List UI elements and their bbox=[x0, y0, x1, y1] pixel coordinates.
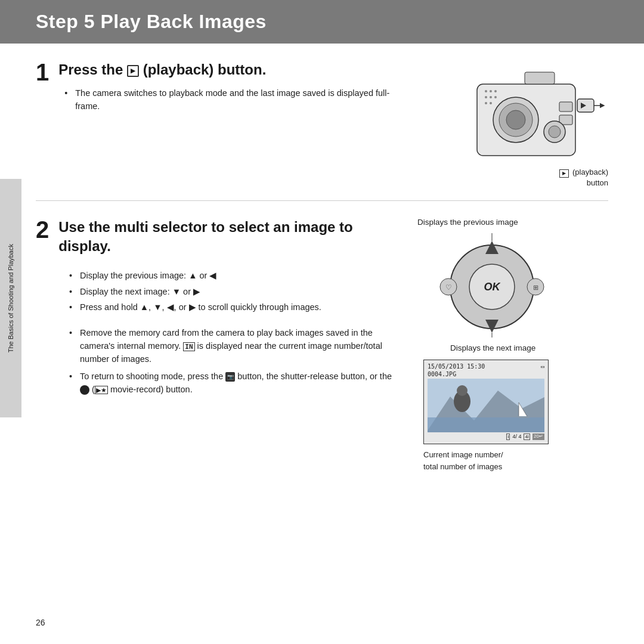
lcd-in-icon: I bbox=[506, 434, 510, 440]
svg-point-16 bbox=[549, 126, 561, 138]
lcd-total-icon: 4I bbox=[524, 434, 530, 440]
step2-bullet-5: To return to shooting mode, press the 📷 … bbox=[69, 370, 394, 397]
step1-left: 1 Press the ▶ (playback) button. The cam… bbox=[36, 60, 417, 188]
step2-title: Use the multi selector to select an imag… bbox=[58, 218, 394, 255]
svg-point-3 bbox=[506, 110, 525, 129]
step2-section: 2 Use the multi selector to select an im… bbox=[36, 201, 608, 484]
svg-text:♡: ♡ bbox=[445, 283, 452, 292]
svg-point-11 bbox=[485, 102, 487, 104]
svg-rect-35 bbox=[518, 416, 529, 418]
svg-text:⊞: ⊞ bbox=[533, 284, 538, 291]
camera-diagram-svg bbox=[471, 66, 608, 165]
camera-mode-icon: 📷 bbox=[225, 372, 235, 382]
svg-point-6 bbox=[490, 90, 492, 92]
svg-rect-4 bbox=[525, 72, 555, 84]
playback-button-label: ▶ (playback)button bbox=[559, 167, 608, 188]
page-title: Step 5 Play Back Images bbox=[36, 11, 608, 33]
svg-point-9 bbox=[490, 96, 492, 98]
lcd-diagram: 15/05/2013 15:30 ▭ 0004.JPG bbox=[423, 360, 549, 444]
battery-icon: ▭ bbox=[541, 363, 544, 370]
svg-text:OK: OK bbox=[484, 281, 501, 293]
svg-point-8 bbox=[485, 96, 487, 98]
svg-point-7 bbox=[494, 90, 497, 92]
step1-number: 1 bbox=[36, 60, 49, 84]
step2-diagram: Displays the previous image OK bbox=[417, 218, 608, 472]
lcd-image-count: 4/ 4 bbox=[512, 434, 521, 440]
lcd-datetime: 15/05/2013 15:30 ▭ bbox=[428, 363, 544, 370]
step2-bullets: Display the previous image: ▲ or ◀ Displ… bbox=[69, 270, 394, 314]
step1-bullet-1: The camera switches to playback mode and… bbox=[64, 87, 394, 113]
svg-point-37 bbox=[457, 385, 467, 396]
step2-bullet-2: Display the next image: ▼ or ▶ bbox=[69, 286, 394, 299]
step2-bullet-3: Press and hold ▲, ▼, ◀, or ▶ to scroll q… bbox=[69, 301, 394, 314]
step1-diagram: ▶ (playback)button bbox=[417, 60, 608, 188]
step2-bullet-1: Display the previous image: ▲ or ◀ bbox=[69, 270, 394, 283]
lcd-count-box: 20↵ bbox=[532, 434, 544, 440]
svg-point-5 bbox=[485, 90, 487, 92]
step1-bullets: The camera switches to playback mode and… bbox=[64, 87, 394, 113]
movie-record-icon bbox=[80, 385, 89, 395]
svg-rect-33 bbox=[428, 417, 544, 432]
playback-icon: ▶ bbox=[127, 65, 139, 77]
step2-bullet-4: Remove the memory card from the camera t… bbox=[69, 327, 394, 366]
step2-bullets-2: Remove the memory card from the camera t… bbox=[69, 327, 394, 397]
step2-number: 2 bbox=[36, 218, 49, 242]
prev-image-label: Displays the previous image bbox=[417, 218, 518, 227]
multi-selector-diagram: OK ♡ ⊞ bbox=[435, 230, 543, 338]
main-content: 1 Press the ▶ (playback) button. The cam… bbox=[0, 44, 644, 484]
step1-title: Press the ▶ (playback) button. bbox=[58, 60, 394, 79]
multi-selector-svg: OK ♡ ⊞ bbox=[435, 230, 549, 340]
step1-section: 1 Press the ▶ (playback) button. The cam… bbox=[36, 44, 608, 201]
page-header: Step 5 Play Back Images bbox=[0, 0, 644, 44]
step2-left: 2 Use the multi selector to select an im… bbox=[36, 218, 417, 472]
svg-rect-13 bbox=[559, 102, 572, 112]
lcd-image bbox=[428, 379, 544, 432]
svg-point-12 bbox=[490, 102, 492, 104]
lcd-bottom: I 4/ 4 4I 20↵ bbox=[428, 434, 544, 440]
lcd-filename: 0004.JPG bbox=[428, 371, 544, 377]
current-image-label: Current image number/ total number of im… bbox=[423, 449, 503, 472]
playback-icon-small: ▶ bbox=[559, 169, 569, 178]
svg-point-10 bbox=[494, 96, 497, 98]
next-image-label: Displays the next image bbox=[450, 343, 535, 352]
page-number: 26 bbox=[36, 618, 45, 627]
